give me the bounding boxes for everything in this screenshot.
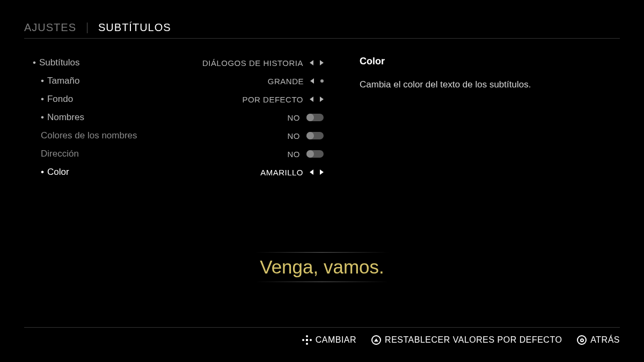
setting-label: •Tamaño — [33, 76, 79, 86]
setting-value: GRANDE — [268, 77, 304, 86]
setting-label: •Subtítulos — [33, 57, 80, 68]
settings-list: •Subtítulos DIÁLOGOS DE HISTORIA •Tamaño… — [24, 54, 325, 181]
subtitle-preview: Venga, vamos. — [0, 255, 644, 279]
breadcrumb: AJUSTES SUBTÍTULOS — [24, 21, 620, 39]
dpad-icon — [302, 335, 312, 345]
setting-color[interactable]: •Color AMARILLO — [33, 163, 325, 181]
breadcrumb-parent[interactable]: AJUSTES — [24, 21, 76, 34]
setting-label: •Fondo — [33, 94, 73, 105]
triangle-button-icon — [371, 335, 381, 345]
footer-hints: CAMBIAR RESTABLECER VALORES POR DEFECTO … — [24, 327, 620, 345]
arrow-left-icon[interactable] — [310, 169, 313, 175]
arrow-left-icon[interactable] — [310, 60, 313, 65]
toggle-off-icon[interactable] — [306, 150, 324, 158]
setting-value: AMARILLO — [260, 168, 303, 177]
setting-label: Dirección — [33, 149, 79, 159]
setting-value: NO — [288, 150, 301, 159]
setting-label: •Color — [33, 167, 69, 178]
hint-back: ATRÁS — [577, 335, 620, 345]
subtitle-preview-text: Venga, vamos. — [255, 255, 389, 279]
arrow-left-icon[interactable] — [310, 78, 314, 84]
breadcrumb-current: SUBTÍTULOS — [98, 21, 171, 34]
setting-colores-nombres[interactable]: Colores de los nombres NO — [33, 127, 325, 145]
hint-reset: RESTABLECER VALORES POR DEFECTO — [371, 335, 562, 345]
setting-value: DIÁLOGOS DE HISTORIA — [202, 58, 303, 68]
description-body: Cambia el color del texto de los subtítu… — [360, 78, 593, 92]
description-panel: Color Cambia el color del texto de los s… — [325, 54, 593, 181]
arrow-right-icon[interactable] — [320, 169, 324, 175]
setting-fondo[interactable]: •Fondo POR DEFECTO — [33, 90, 325, 108]
arrow-left-icon[interactable] — [310, 97, 313, 102]
setting-direccion[interactable]: Dirección NO — [33, 145, 325, 163]
range-end-icon — [320, 79, 324, 83]
description-title: Color — [360, 56, 593, 67]
setting-label: •Nombres — [33, 112, 84, 123]
setting-value: NO — [288, 131, 301, 141]
toggle-off-icon[interactable] — [306, 132, 324, 139]
hint-change: CAMBIAR — [302, 335, 356, 345]
setting-tamano[interactable]: •Tamaño GRANDE — [33, 72, 325, 90]
breadcrumb-separator — [87, 23, 87, 33]
arrow-right-icon[interactable] — [320, 97, 324, 102]
circle-button-icon — [577, 335, 587, 345]
setting-value: NO — [288, 113, 301, 122]
setting-value: POR DEFECTO — [242, 95, 303, 104]
setting-nombres[interactable]: •Nombres NO — [33, 108, 325, 127]
arrow-right-icon[interactable] — [320, 60, 324, 65]
toggle-off-icon[interactable] — [306, 114, 324, 121]
setting-label: Colores de los nombres — [33, 130, 137, 141]
setting-subtitulos[interactable]: •Subtítulos DIÁLOGOS DE HISTORIA — [33, 54, 325, 72]
